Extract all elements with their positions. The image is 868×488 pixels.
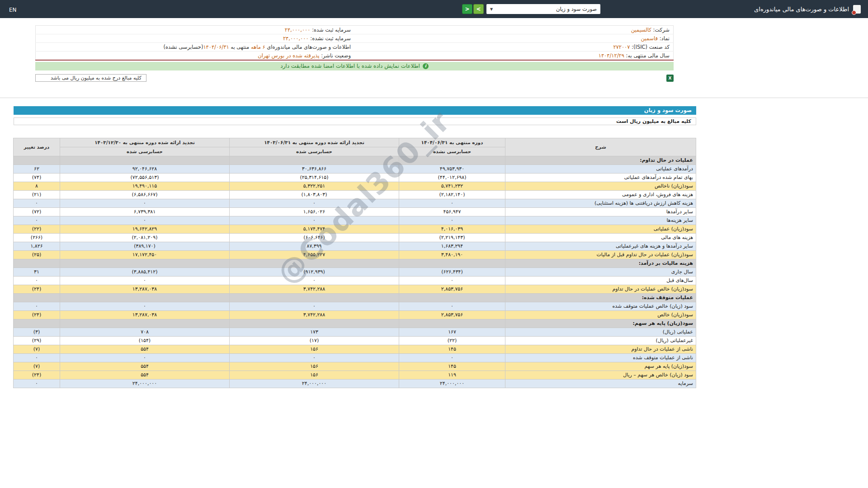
value-restated-halfyear: ۳,۷۴۲,۲۸۸ (230, 285, 399, 293)
value-restated-halfyear (230, 156, 399, 164)
signature-match-notice-text: اطلاعات نمایش داده شده با اطلاعات امضا ش… (280, 63, 420, 69)
report-type-selected-value: صورت سود و زیان (556, 6, 597, 12)
value-current-period: ۱۴۵ (399, 362, 505, 371)
value-current-period: ۴۵۶,۹۴۷ (399, 207, 505, 216)
value-restated-halfyear: ۱۵۶ (230, 362, 399, 371)
value-restated-halfyear: (۶۰۶,۶۴۶) (230, 233, 399, 242)
tools-row: X کلیه مبالغ درج شده به میلیون ریال می ب… (35, 74, 674, 82)
report-document-icon[interactable] (853, 5, 861, 14)
row-label: سایر درآمدها و هزینه های غیرعملیاتی (505, 242, 696, 250)
language-toggle[interactable]: EN (9, 7, 17, 13)
value-restated-halfyear: ۰ (230, 199, 399, 207)
value-restated-fullyear: ۰ (60, 276, 230, 285)
value-restated-halfyear: ۳,۷۴۲,۲۸۸ (230, 310, 399, 319)
value-restated-halfyear: ۰ (230, 302, 399, 310)
value-restated-fullyear: ۲۴,۰۰۰,۰۰۰ (60, 379, 230, 388)
table-row: درآمدهای عملیاتی۴۹,۷۵۳,۹۳۰۳۰,۶۳۶,۸۶۶۹۲,۰… (14, 164, 696, 173)
section-row: سود(زیان) پایه هر سهم: (14, 319, 696, 328)
row-label: سود(زیان) ناخالص (505, 182, 696, 190)
amounts-unit-note: کلیه مبالغ درج شده به میلیون ریال می باش… (35, 74, 146, 82)
publisher-status-cell: وضعیت ناشر: پذیرفته شده در بورس تهران (36, 52, 355, 60)
row-label: سایر هزینه‌ها (505, 216, 696, 225)
table-header: شرح دوره منتهی به ۱۴۰۴/۰۶/۳۱ تجدید ارائه… (14, 138, 696, 156)
value-percent-change: (۲۶۶) (14, 233, 60, 242)
table-row: ناشی از عملیات متوقف شده۰۰۰۰ (14, 353, 696, 362)
value-restated-fullyear (60, 293, 230, 302)
value-restated-halfyear: ۱۷۳ (230, 328, 399, 336)
info-row: شرکت: کالسیمین سرمایه ثبت شده: ۲۴,۰۰۰,۰۰… (36, 26, 674, 34)
row-label: سود(زیان) خالص عملیات در حال تداوم (505, 285, 696, 293)
value-restated-fullyear: ۱۹,۶۴۲,۸۲۹ (60, 225, 230, 233)
row-label: سود(زیان) خالص (505, 310, 696, 319)
section-divider (0, 98, 868, 98)
statement-title-bar: صورت سود و زیان (14, 106, 696, 115)
page-title: اطلاعات و صورت‌های مالی میاندوره‌ای (754, 6, 849, 13)
value-percent-change: ۰ (14, 353, 60, 362)
fiscal-year-value: ۱۴۰۴/۱۲/۲۹ (599, 52, 624, 59)
value-restated-fullyear: ۷۰۸ (60, 328, 230, 336)
value-restated-fullyear (60, 259, 230, 267)
value-restated-halfyear: ۳۰,۶۳۶,۸۶۶ (230, 164, 399, 173)
value-current-period: ۴۹,۷۵۳,۹۳۰ (399, 164, 505, 173)
audit-header-audited: حسابرسی شده (60, 147, 230, 156)
table-row: ناشی از عملیات در حال تداوم۱۴۵۱۵۶۵۵۴(۷) (14, 345, 696, 353)
value-current-period: (۲,۲۱۹,۱۴۳) (399, 233, 505, 242)
value-current-period (399, 156, 505, 164)
audit-header-audited: حسابرسی شده (230, 147, 399, 156)
value-restated-halfyear: ۰ (230, 276, 399, 285)
value-percent-change: (۷۲) (14, 207, 60, 216)
registered-capital-value: ۲۴,۰۰۰,۰۰۰ (285, 27, 311, 33)
value-restated-fullyear: ۱۳,۲۸۷,۰۳۸ (60, 310, 230, 319)
value-current-period (399, 319, 505, 328)
value-percent-change: (۲۲) (14, 225, 60, 233)
value-current-period: (۲۲) (399, 336, 505, 345)
next-report-button[interactable]: > (462, 4, 472, 14)
value-restated-halfyear: ۱۵۶ (230, 371, 399, 379)
topbar-right-group: اطلاعات و صورت‌های مالی میاندوره‌ای صورت… (462, 4, 861, 14)
table-row: هزینه های فروش، اداری و عمومی(۲,۱۸۲,۱۴۰)… (14, 190, 696, 199)
value-restated-halfyear: ۵,۳۲۲,۲۵۱ (230, 182, 399, 190)
excel-export-icon[interactable]: X (666, 75, 674, 82)
row-label: سود (زیان) خالص هر سهم – ریال (505, 371, 696, 379)
income-statement-table: شرح دوره منتهی به ۱۴۰۴/۰۶/۳۱ تجدید ارائه… (13, 138, 696, 388)
table-row: عملیاتی (ریال)۱۶۷۱۷۳۷۰۸(۳) (14, 328, 696, 336)
table-row: هزینه های مالی(۲,۲۱۹,۱۴۳)(۶۰۶,۶۴۶)(۲,۰۸۱… (14, 233, 696, 242)
value-restated-fullyear: ۱۳,۲۸۷,۰۳۸ (60, 285, 230, 293)
value-restated-fullyear: ۰ (60, 353, 230, 362)
statement-subtitle: کلیه مبالغ به میلیون ریال است (14, 117, 696, 125)
value-restated-fullyear: (۱۵۴) (60, 336, 230, 345)
value-restated-fullyear: ۱۷,۱۷۲,۴۵۰ (60, 250, 230, 259)
previous-report-button[interactable]: < (473, 4, 484, 14)
value-restated-halfyear: (۱۷) (230, 336, 399, 345)
symbol-cell: نماد: فاسمین (354, 34, 674, 43)
value-current-period: ۰ (399, 276, 505, 285)
row-label: سود(زیان) عملیاتی (505, 225, 696, 233)
row-label: سود (زیان) خالص عملیات متوقف شده (505, 302, 696, 310)
publisher-status-label: وضعیت ناشر: (321, 52, 351, 59)
value-restated-halfyear: (۱,۸۰۳,۸۰۳) (230, 190, 399, 199)
fiscal-year-cell: سال مالی منتهی به: ۱۴۰۴/۱۲/۲۹ (354, 52, 674, 60)
section-row: عملیات در حال تداوم: (14, 156, 696, 164)
company-label: شرکت: (653, 27, 670, 33)
row-label: ناشی از عملیات متوقف شده (505, 353, 696, 362)
section-row: عملیات متوقف شده: (14, 293, 696, 302)
row-label: سرمایه (505, 379, 696, 388)
row-label: هزینه های فروش، اداری و عمومی (505, 190, 696, 199)
value-percent-change: ۰ (14, 276, 60, 285)
table-row: سایر درآمدها۴۵۶,۹۴۷۱,۶۵۶,۰۲۶۶,۷۳۹,۳۸۱(۷۲… (14, 207, 696, 216)
registered-capital-cell: سرمایه ثبت شده: ۲۴,۰۰۰,۰۰۰ (36, 26, 355, 34)
isic-label: کد صنعت (ISIC): (632, 44, 670, 50)
value-restated-fullyear: ۱۹,۴۹۰,۱۱۵ (60, 182, 230, 190)
row-label: ناشی از عملیات در حال تداوم (505, 345, 696, 353)
value-restated-halfyear: ۲۴,۰۰۰,۰۰۰ (230, 379, 399, 388)
table-row: سال جاری(۶۲۶,۴۳۴)(۹۱۲,۹۳۹)(۳,۸۸۵,۴۱۲)۳۱ (14, 267, 696, 276)
value-current-period: ۳,۴۸۰,۱۹۰ (399, 250, 505, 259)
table-row: سود(زیان) ناخالص۵,۷۴۱,۲۳۲۵,۳۲۲,۲۵۱۱۹,۴۹۰… (14, 182, 696, 190)
table-row: سود(زیان) عملیات در حال تداوم قبل از مال… (14, 250, 696, 259)
report-type-dropdown[interactable]: صورت سود و زیان ▼ (486, 4, 600, 14)
table-row: سود (زیان) خالص هر سهم – ریال۱۱۹۱۵۶۵۵۴(۲… (14, 371, 696, 379)
row-label: هزینه کاهش ارزش دریافتنی ها (هزینه استثن… (505, 199, 696, 207)
unregistered-capital-value: ۲۴,۰۰۰,۰۰۰ (283, 35, 309, 42)
column-header-restated-halfyear: تجدید ارائه شده دوره منتهی به ۱۴۰۳/۰۶/۳۱ (230, 138, 399, 147)
value-current-period: ۲,۸۵۳,۷۵۶ (399, 310, 505, 319)
